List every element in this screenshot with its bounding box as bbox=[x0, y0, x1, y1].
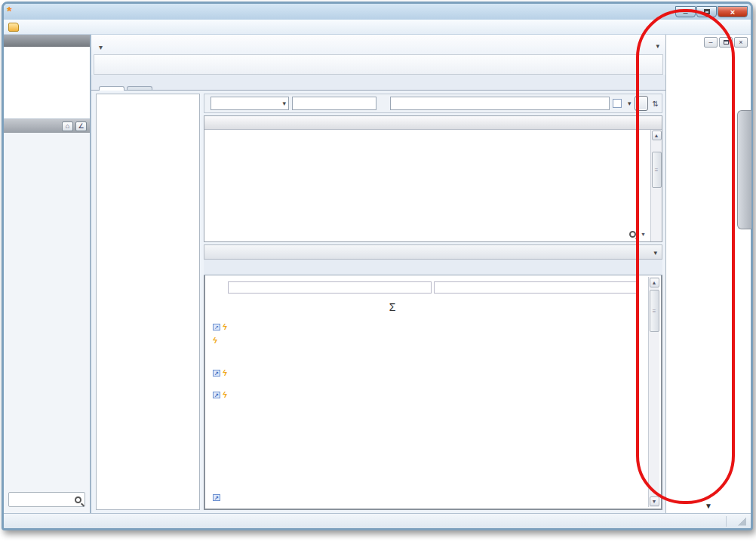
filter-dropdown-icon[interactable]: ▾ bbox=[628, 100, 632, 107]
home-icon[interactable]: ⌂ bbox=[62, 121, 73, 131]
sigma-icon: Σ bbox=[389, 301, 396, 313]
menu-bar bbox=[4, 20, 751, 35]
chart-icon[interactable]: ∠ bbox=[75, 121, 87, 131]
need-help-tab[interactable] bbox=[737, 110, 751, 229]
main-area: ▾ ▾ bbox=[91, 35, 665, 513]
global-search-input[interactable] bbox=[12, 495, 75, 504]
list-tabs bbox=[91, 75, 665, 91]
open-windows-empty-area bbox=[4, 47, 90, 119]
search-icon[interactable] bbox=[75, 496, 81, 503]
tab-inbox[interactable] bbox=[127, 86, 152, 90]
account-bolt-icon[interactable]: ϟ bbox=[223, 322, 227, 331]
ticket-table: ▲ ≡ ▼ bbox=[204, 115, 662, 242]
status-bar bbox=[4, 513, 751, 528]
refresh-button[interactable] bbox=[635, 96, 648, 111]
dispatch-bar bbox=[434, 281, 638, 294]
kpi-scroll-down-icon[interactable]: ▼ bbox=[666, 500, 751, 513]
toolbar bbox=[94, 54, 663, 75]
resize-grip[interactable] bbox=[737, 517, 746, 526]
open-contract-icon[interactable]: ↗ bbox=[213, 392, 220, 398]
table-search-icon[interactable] bbox=[629, 231, 636, 238]
preview-scroll-up-icon[interactable]: ▲ bbox=[650, 278, 659, 287]
filter-panel bbox=[96, 94, 200, 510]
sidebar-toolbar: ⌂ ∠ bbox=[4, 119, 90, 133]
priority-bar bbox=[228, 281, 432, 294]
page-title: ▾ bbox=[99, 37, 103, 54]
scroll-up-icon[interactable]: ▲ bbox=[652, 131, 662, 140]
menu-app-icon bbox=[8, 23, 19, 32]
open-windows-header bbox=[4, 35, 90, 47]
global-search[interactable] bbox=[8, 492, 85, 507]
left-sidebar: ⌂ ∠ bbox=[4, 35, 91, 513]
table-scroll-thumb[interactable]: ≡ bbox=[652, 152, 662, 188]
tab-tickets[interactable] bbox=[99, 86, 124, 91]
open-account-icon[interactable]: ↗ bbox=[213, 324, 220, 330]
find-field-select[interactable]: ▾ bbox=[211, 97, 289, 110]
close-button[interactable]: × bbox=[718, 6, 748, 17]
find-bar: ▾ ▾ ⇅ bbox=[204, 94, 662, 113]
find-text-input[interactable] bbox=[390, 97, 610, 110]
app-window: * – × ⌂ ∠ bbox=[2, 2, 753, 530]
show-more-link[interactable] bbox=[4, 483, 90, 489]
kpi-panel: – × ▼ bbox=[665, 35, 751, 513]
minimize-button[interactable]: – bbox=[675, 6, 696, 17]
scroll-down-icon[interactable]: ▼ bbox=[638, 229, 648, 239]
contract-bolt-icon[interactable]: ϟ bbox=[223, 390, 227, 399]
view-dropdown-icon[interactable]: ▾ bbox=[656, 42, 659, 50]
title-bar: * – × bbox=[4, 4, 751, 20]
preview-body: ↗ ϟ ϟ bbox=[204, 275, 662, 510]
filter-checkbox[interactable] bbox=[613, 99, 622, 108]
preview-scrollbar[interactable]: ▲ ≡ ▼ bbox=[648, 277, 659, 507]
contact-bolt-icon[interactable]: ϟ bbox=[213, 336, 217, 345]
expand-find-icon[interactable]: ⇅ bbox=[653, 100, 659, 108]
preview-scroll-thumb[interactable]: ≡ bbox=[650, 290, 659, 332]
app-logo-icon: * bbox=[7, 7, 19, 17]
table-scrollbar[interactable]: ▲ ≡ bbox=[650, 130, 662, 241]
asset-bolt-icon[interactable]: ϟ bbox=[223, 368, 227, 377]
screenshot: * – × ⌂ ∠ bbox=[0, 0, 756, 541]
find-number-input[interactable] bbox=[292, 97, 376, 110]
maximize-button[interactable] bbox=[696, 6, 717, 17]
preview-scroll-down-icon[interactable]: ▼ bbox=[650, 496, 659, 506]
open-pending-icon[interactable]: ↗ bbox=[213, 494, 220, 501]
all-tabs-select[interactable]: ▾ bbox=[653, 247, 657, 257]
mdi-restore-button[interactable] bbox=[719, 37, 733, 48]
open-asset-icon[interactable]: ↗ bbox=[213, 370, 220, 377]
mdi-close-button[interactable]: × bbox=[734, 37, 748, 48]
preview-pane: ▾ bbox=[204, 244, 662, 510]
mdi-minimize-button[interactable]: – bbox=[704, 37, 718, 48]
